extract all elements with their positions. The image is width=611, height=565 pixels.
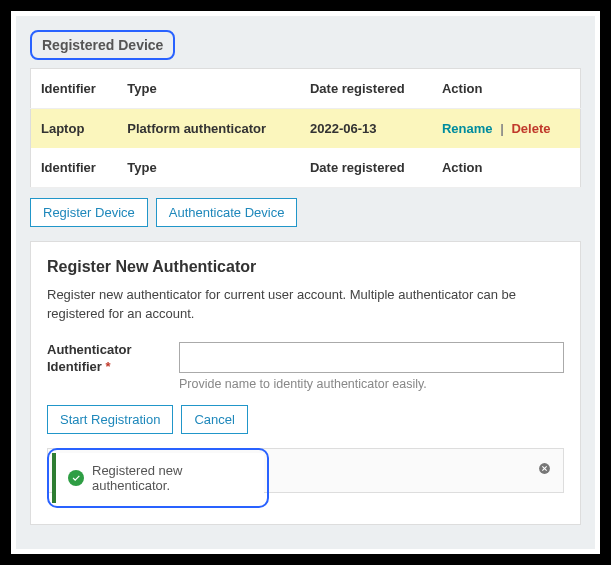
identifier-label-text: Authenticator Identifier — [47, 342, 132, 374]
cell-action: Rename | Delete — [432, 109, 581, 149]
check-circle-icon — [68, 470, 84, 486]
fcol-type: Type — [117, 148, 300, 188]
start-registration-button[interactable]: Start Registration — [47, 405, 173, 434]
panel-buttons: Start Registration Cancel — [47, 405, 564, 434]
col-type: Type — [117, 69, 300, 109]
device-buttons: Register Device Authenticate Device — [30, 198, 581, 227]
cancel-button[interactable]: Cancel — [181, 405, 247, 434]
alert-highlight: Registered new authenticator. — [47, 448, 269, 508]
col-action: Action — [432, 69, 581, 109]
action-separator: | — [500, 121, 504, 136]
table-footer-row: Identifier Type Date registered Action — [31, 148, 581, 188]
close-icon[interactable] — [538, 462, 551, 478]
table-row: Laptop Platform authenticator 2022-06-13… — [31, 109, 581, 149]
panel-description: Register new authenticator for current u… — [47, 286, 564, 324]
success-alert: Registered new authenticator. — [52, 453, 264, 503]
section-title: Registered Device — [30, 30, 175, 60]
fcol-date: Date registered — [300, 148, 432, 188]
delete-link[interactable]: Delete — [511, 121, 550, 136]
identifier-hint: Provide name to identity authenticator e… — [179, 377, 564, 391]
col-date: Date registered — [300, 69, 432, 109]
required-marker: * — [106, 359, 111, 374]
cell-type: Platform authenticator — [117, 109, 300, 149]
identifier-form-row: Authenticator Identifier * Provide name … — [47, 342, 564, 391]
identifier-label: Authenticator Identifier * — [47, 342, 167, 376]
authenticate-device-button[interactable]: Authenticate Device — [156, 198, 298, 227]
col-identifier: Identifier — [31, 69, 118, 109]
cell-identifier: Laptop — [31, 109, 118, 149]
register-panel: Register New Authenticator Register new … — [30, 241, 581, 525]
fcol-identifier: Identifier — [31, 148, 118, 188]
cell-date: 2022-06-13 — [300, 109, 432, 149]
register-device-button[interactable]: Register Device — [30, 198, 148, 227]
devices-table: Identifier Type Date registered Action L… — [30, 68, 581, 188]
table-header-row: Identifier Type Date registered Action — [31, 69, 581, 109]
fcol-action: Action — [432, 148, 581, 188]
identifier-field-wrap: Provide name to identity authenticator e… — [179, 342, 564, 391]
panel-title: Register New Authenticator — [47, 258, 564, 276]
alert-message: Registered new authenticator. — [92, 463, 252, 493]
rename-link[interactable]: Rename — [442, 121, 493, 136]
identifier-input[interactable] — [179, 342, 564, 373]
